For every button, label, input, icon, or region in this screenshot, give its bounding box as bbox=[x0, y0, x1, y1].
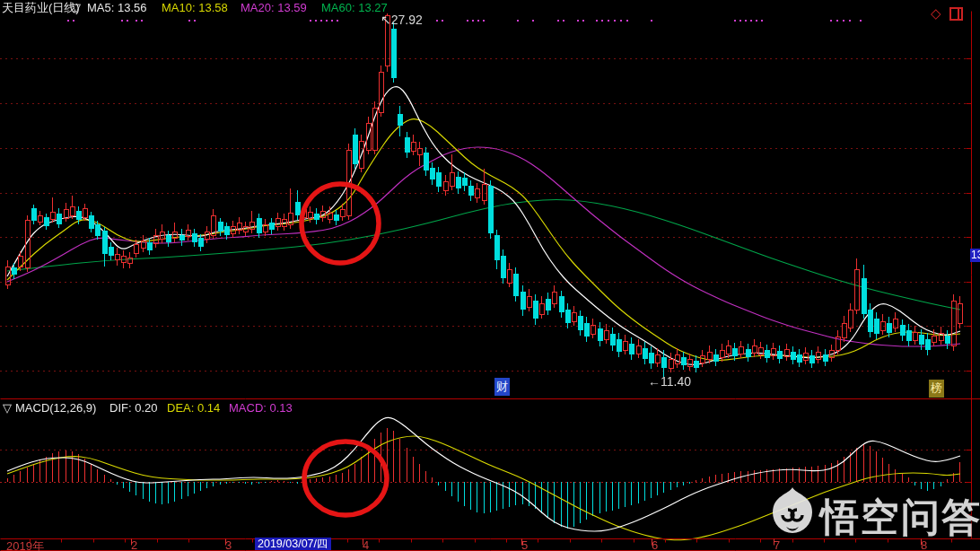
high-price-annotation: ↖27.92 bbox=[381, 13, 423, 27]
macd-indicator-name: MACD(12,26,9) bbox=[15, 402, 96, 415]
wukong-watermark-text: 悟空问答 bbox=[820, 492, 980, 544]
ma10-value: MA10: 13.58 bbox=[162, 2, 228, 14]
low-price-annotation: ←11.40 bbox=[648, 374, 691, 389]
dea-value: DEA: 0.14 bbox=[167, 402, 220, 415]
macd-value: MACD: 0.13 bbox=[229, 402, 293, 415]
crosshair-date-box: 2019/03/07/四 bbox=[255, 538, 331, 550]
site-watermark-char-bang: 榜 bbox=[929, 380, 944, 398]
axis-label-jul: 7 bbox=[774, 538, 780, 551]
window-restore-icon[interactable] bbox=[949, 7, 963, 21]
ma20-value: MA20: 13.59 bbox=[241, 2, 307, 14]
axis-label-jun: 6 bbox=[652, 538, 658, 551]
axis-label-mar: 3 bbox=[225, 538, 232, 551]
current-price-badge: 13 bbox=[970, 249, 980, 262]
axis-label-may: 5 bbox=[521, 538, 528, 551]
axis-label-feb: 2 bbox=[131, 538, 137, 551]
stock-chart-app: 天目药业(日线) ▽ MA5: 13.56 MA10: 13.58 MA20: … bbox=[0, 0, 980, 551]
axis-label-apr: 4 bbox=[363, 538, 369, 551]
chart-canvas bbox=[0, 0, 980, 551]
wukong-logo-icon bbox=[768, 485, 817, 536]
ma60-value: MA60: 13.27 bbox=[321, 2, 388, 14]
ma5-value: MA5: 13.56 bbox=[87, 2, 147, 14]
axis-label-year: 2019年 bbox=[6, 538, 44, 551]
macd-collapse-triangle-icon[interactable]: ▽ bbox=[3, 402, 12, 415]
collapse-triangle-icon[interactable]: ▽ bbox=[72, 2, 81, 14]
stock-title: 天目药业(日线) bbox=[2, 2, 80, 14]
diamond-icon[interactable]: ◇ bbox=[931, 5, 941, 22]
site-watermark-char-cai: 财 bbox=[494, 378, 510, 396]
dif-value: DIF: 0.20 bbox=[109, 402, 157, 415]
